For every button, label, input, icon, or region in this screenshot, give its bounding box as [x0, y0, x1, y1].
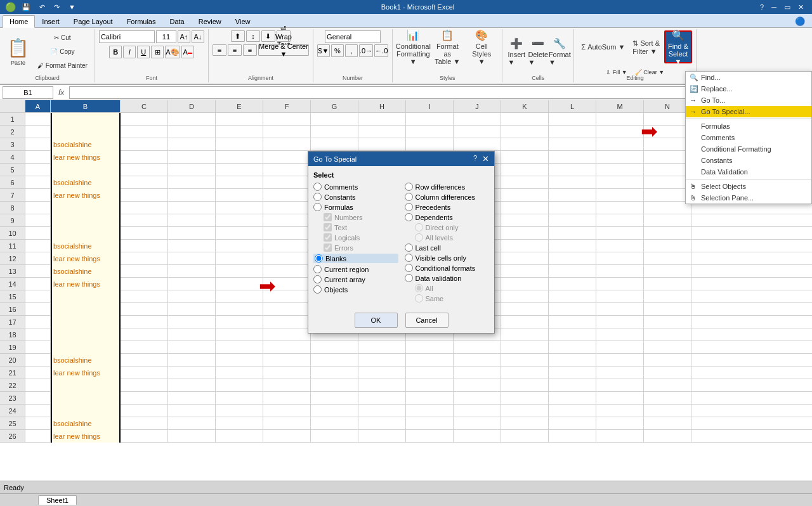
dv-all-radio[interactable] — [415, 284, 423, 292]
cell-a25[interactable] — [25, 417, 51, 430]
col-header-d[interactable]: D — [168, 100, 216, 113]
cell-l17[interactable] — [549, 316, 596, 328]
cell-k15[interactable] — [501, 290, 549, 303]
cell-n9[interactable] — [644, 214, 691, 227]
cell-c21[interactable] — [121, 367, 168, 379]
align-top-btn[interactable]: ⬆ — [231, 30, 245, 42]
cell-d22[interactable] — [168, 379, 216, 392]
cell-f19[interactable] — [263, 341, 311, 354]
cell-i25[interactable] — [406, 417, 454, 430]
cell-g1[interactable] — [311, 113, 358, 126]
customize-quick-access[interactable]: ▼ — [65, 3, 79, 11]
cell-h22[interactable] — [358, 379, 406, 392]
cell-i26[interactable] — [406, 430, 454, 443]
cell-e9[interactable] — [216, 214, 263, 227]
cell-f1[interactable] — [263, 113, 311, 126]
format-painter-button[interactable]: 🖌 Format Painter — [34, 59, 91, 72]
col-header-j[interactable]: J — [454, 100, 501, 113]
errors-checkbox[interactable] — [324, 243, 332, 252]
formulas-radio[interactable] — [313, 203, 322, 211]
cell-e16[interactable] — [216, 303, 263, 316]
row-header-1[interactable]: 1 — [0, 113, 25, 126]
cell-e21[interactable] — [216, 367, 263, 379]
last-cell-radio[interactable] — [405, 243, 413, 252]
cell-k17[interactable] — [501, 316, 549, 328]
cell-a11[interactable] — [25, 240, 51, 252]
sort-filter-button[interactable]: ⇅ Sort &Filter ▼ — [629, 37, 663, 56]
cell-m22[interactable] — [596, 379, 644, 392]
cell-c2[interactable] — [121, 126, 168, 138]
minimize-btn[interactable]: ─ — [768, 3, 780, 11]
cell-f9[interactable] — [263, 214, 311, 227]
cell-d24[interactable] — [168, 405, 216, 417]
cell-k9[interactable] — [501, 214, 549, 227]
cell-f26[interactable] — [263, 430, 311, 443]
cell-i22[interactable] — [406, 379, 454, 392]
cell-d12[interactable] — [168, 252, 216, 265]
row-header-2[interactable]: 2 — [0, 126, 25, 138]
blanks-option[interactable]: Blanks — [313, 254, 398, 263]
cancel-button[interactable]: Cancel — [405, 313, 449, 328]
cell-l14[interactable] — [549, 278, 596, 290]
cell-g24[interactable] — [311, 405, 358, 417]
align-left-btn[interactable]: ≡ — [213, 44, 226, 56]
cell-e1[interactable] — [216, 113, 263, 126]
cell-m19[interactable] — [596, 341, 644, 354]
cell-i1[interactable] — [406, 113, 454, 126]
cell-m24[interactable] — [596, 405, 644, 417]
cell-a6[interactable] — [25, 176, 51, 189]
cell-b14[interactable]: lear new things — [51, 278, 121, 290]
row-diff-option[interactable]: Row differences — [405, 183, 490, 191]
number-format-input[interactable] — [325, 30, 381, 43]
cell-n22[interactable] — [644, 379, 691, 392]
cell-e13[interactable] — [216, 265, 263, 278]
cell-f25[interactable] — [263, 417, 311, 430]
col-header-h[interactable]: H — [358, 100, 406, 113]
cell-e25[interactable] — [216, 417, 263, 430]
cell-a18[interactable] — [25, 328, 51, 341]
cell-n8[interactable] — [644, 202, 691, 214]
wrap-text-btn[interactable]: ⏎ Wrap Text — [277, 30, 291, 42]
cell-reference-box[interactable] — [3, 86, 53, 99]
data-validation-option[interactable]: Data validation — [405, 274, 490, 282]
cell-b5[interactable] — [51, 164, 121, 176]
cell-d25[interactable] — [168, 417, 216, 430]
font-name-input[interactable] — [99, 30, 155, 43]
cell-d7[interactable] — [168, 189, 216, 202]
cell-f12[interactable] — [263, 252, 311, 265]
cell-d18[interactable] — [168, 328, 216, 341]
cell-b22[interactable] — [51, 379, 121, 392]
cell-g22[interactable] — [311, 379, 358, 392]
cell-f10[interactable] — [263, 227, 311, 240]
cond-formats-radio[interactable] — [405, 264, 413, 272]
current-region-radio[interactable] — [313, 265, 322, 273]
cell-j21[interactable] — [454, 367, 501, 379]
cell-n3[interactable] — [644, 138, 691, 151]
cell-j20[interactable] — [454, 354, 501, 367]
cell-k14[interactable] — [501, 278, 549, 290]
cell-c12[interactable] — [121, 252, 168, 265]
precedents-radio[interactable] — [405, 203, 413, 211]
goto-special-dialog[interactable]: Go To Special ? ✕ Select Comments Consta… — [308, 151, 495, 334]
cell-a5[interactable] — [25, 164, 51, 176]
cell-a12[interactable] — [25, 252, 51, 265]
cell-c18[interactable] — [121, 328, 168, 341]
cell-f24[interactable] — [263, 405, 311, 417]
cell-g21[interactable] — [311, 367, 358, 379]
cond-formatting-menu-item[interactable]: Conditional Formatting — [686, 143, 811, 155]
cell-l11[interactable] — [549, 240, 596, 252]
font-size-input[interactable] — [156, 30, 176, 43]
cell-n23[interactable] — [644, 392, 691, 405]
cell-e15[interactable] — [216, 290, 263, 303]
quick-redo[interactable]: ↷ — [51, 3, 63, 11]
align-center-btn[interactable]: ≡ — [228, 44, 242, 56]
cell-a16[interactable] — [25, 303, 51, 316]
sheet-tab-1[interactable]: Sheet1 — [38, 495, 77, 505]
cell-g19[interactable] — [311, 341, 358, 354]
col-header-i[interactable]: I — [406, 100, 454, 113]
cell-g23[interactable] — [311, 392, 358, 405]
cell-l4[interactable] — [549, 151, 596, 164]
cell-c26[interactable] — [121, 430, 168, 443]
data-validation-menu-item[interactable]: Data Validation — [686, 166, 811, 178]
cell-f7[interactable] — [263, 189, 311, 202]
